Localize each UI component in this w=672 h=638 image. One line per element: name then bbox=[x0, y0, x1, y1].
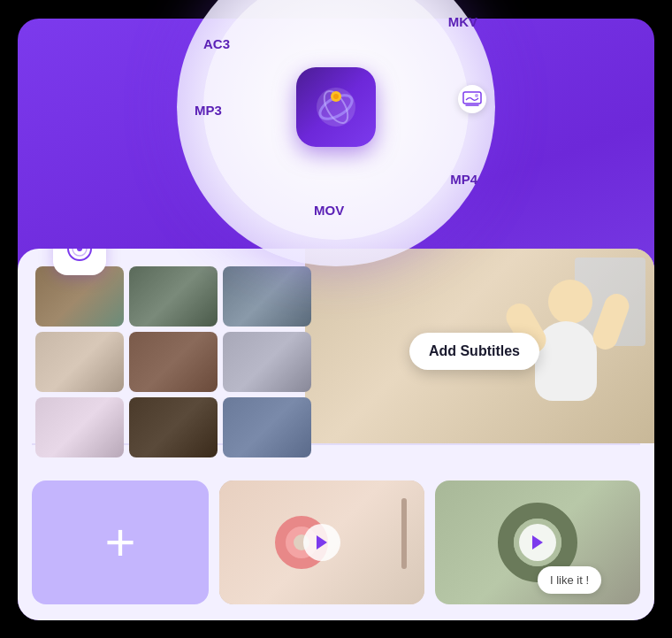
format-mp4-label: MP4 bbox=[450, 172, 477, 187]
play-overlay-2[interactable] bbox=[519, 524, 556, 561]
thumbnail-1[interactable] bbox=[35, 266, 124, 327]
thumbnails-grid bbox=[35, 266, 311, 457]
circle-area: AAC MKV MP4 MOV MP3 AC3 bbox=[177, 0, 495, 266]
add-media-button[interactable]: + bbox=[32, 480, 209, 604]
thumbnail-5[interactable] bbox=[129, 332, 218, 392]
thumbnail-4[interactable] bbox=[35, 332, 124, 392]
format-mp3-label: MP3 bbox=[195, 103, 222, 118]
svg-point-3 bbox=[475, 94, 478, 97]
thumbnail-7[interactable] bbox=[35, 397, 124, 457]
format-mkv-label: MKV bbox=[448, 14, 477, 29]
svg-marker-14 bbox=[532, 535, 543, 550]
svg-rect-2 bbox=[463, 92, 481, 104]
subtitle-badge: I like it ! bbox=[538, 566, 601, 594]
thumbnail-3[interactable] bbox=[223, 266, 311, 327]
svg-point-11 bbox=[77, 249, 82, 251]
plus-icon: + bbox=[104, 516, 135, 569]
format-mov-label: MOV bbox=[314, 203, 344, 218]
svg-marker-13 bbox=[317, 535, 327, 550]
main-container: AAC MKV MP4 MOV MP3 AC3 bbox=[18, 19, 654, 620]
thumbnail-9[interactable] bbox=[223, 397, 311, 457]
thumbnail-2[interactable] bbox=[129, 266, 218, 327]
play-card[interactable] bbox=[53, 249, 106, 275]
app-icon[interactable] bbox=[296, 67, 376, 147]
bottom-thumbnail-2[interactable] bbox=[435, 480, 640, 604]
thumbnail-6[interactable] bbox=[223, 332, 311, 392]
content-area: Add Subtitles I like it ! + bbox=[18, 249, 654, 620]
bottom-thumbnail-1[interactable] bbox=[219, 480, 424, 604]
svg-point-8 bbox=[333, 94, 339, 99]
tv-icon bbox=[458, 85, 486, 113]
play-overlay-1[interactable] bbox=[303, 524, 340, 561]
thumbnail-8[interactable] bbox=[129, 397, 218, 457]
format-ac3-label: AC3 bbox=[203, 36, 230, 51]
add-subtitles-button[interactable]: Add Subtitles bbox=[409, 333, 539, 370]
